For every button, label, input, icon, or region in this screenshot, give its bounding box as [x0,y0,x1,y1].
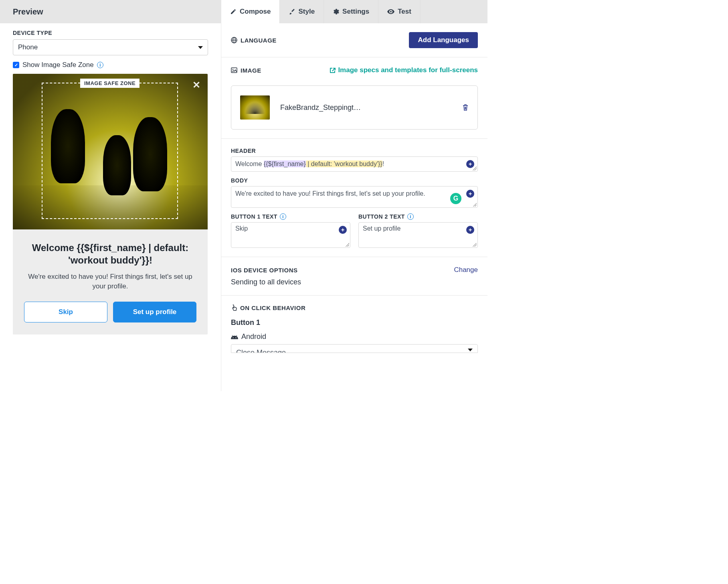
safe-zone-checkbox[interactable]: ✓ [13,62,19,68]
tab-test[interactable]: Test [378,0,421,23]
safe-zone-label: IMAGE SAFE ZONE [80,79,140,88]
button1-input[interactable]: Skip + [231,222,350,248]
on-click-button1-label: Button 1 [231,318,478,327]
body-label: BODY [231,177,478,184]
phone-preview: ✕ IMAGE SAFE ZONE Welcome {{${first_name… [13,74,208,335]
add-languages-button[interactable]: Add Languages [409,32,478,48]
image-thumbnail [240,95,270,120]
pointer-icon [231,304,237,311]
section-on-click: ON CLICK BEHAVIOR Button 1 Android Close… [221,296,487,353]
header-input[interactable]: Welcome {{${first_name} | default: 'work… [231,156,478,172]
preview-message-body: We're excited to have you! First things … [24,272,196,291]
button2-input[interactable]: Set up profile + [358,222,478,248]
resize-handle[interactable] [473,166,477,170]
device-type-label: DEVICE TYPE [13,30,208,36]
add-personalization-icon[interactable]: + [466,226,474,234]
android-on-click-select[interactable]: Close Message [231,344,478,353]
liquid-default-token: | default: 'workout buddy'}} [306,160,382,167]
trash-icon[interactable] [462,104,469,111]
add-personalization-icon[interactable]: + [466,190,474,198]
chevron-down-icon [468,349,473,351]
button2-label: BUTTON 2 TEXT i [358,213,478,220]
safe-zone-checkbox-label: Show Image Safe Zone [22,61,94,69]
preview-panel: Preview DEVICE TYPE Phone ✓ Show Image S… [0,0,221,391]
ios-options-text: Sending to all devices [231,278,478,286]
image-icon [231,67,237,73]
eye-icon [387,9,394,14]
preview-message-header: Welcome {{${first_name} | default: 'work… [24,241,196,266]
external-link-icon [330,67,336,73]
preview-title: Preview [13,7,43,16]
pencil-icon [230,8,237,15]
close-icon[interactable]: ✕ [192,79,200,91]
globe-icon [231,37,237,43]
section-content-fields: HEADER Welcome {{${first_name} | default… [221,139,487,257]
svg-rect-3 [231,68,237,73]
section-image: IMAGE Image specs and templates for full… [221,57,487,139]
header-label: HEADER [231,148,478,154]
preview-header: Preview [0,0,221,23]
device-type-select[interactable]: Phone [13,39,208,55]
resize-handle[interactable] [473,203,477,207]
section-ios-options: IOS DEVICE OPTIONS Change Sending to all… [221,257,487,296]
button1-label: BUTTON 1 TEXT i [231,213,350,220]
brush-icon [289,8,295,15]
resize-handle[interactable] [473,243,477,247]
section-language: LANGUAGE Add Languages [221,23,487,57]
image-title: IMAGE [241,67,261,74]
add-personalization-icon[interactable]: + [339,226,347,234]
language-title: LANGUAGE [241,37,277,44]
on-click-title: ON CLICK BEHAVIOR [240,304,305,311]
ios-options-title: IOS DEVICE OPTIONS [231,267,298,274]
info-icon[interactable]: i [280,213,286,220]
tab-style[interactable]: Style [280,0,324,23]
grammarly-icon[interactable]: G [450,193,461,204]
tab-compose[interactable]: Compose [221,0,280,23]
android-icon [231,334,238,340]
svg-point-4 [233,69,234,70]
liquid-variable-token: {{${first_name} [264,160,306,167]
tab-settings[interactable]: Settings [324,0,378,23]
chevron-down-icon [198,46,203,49]
safe-zone-frame: IMAGE SAFE ZONE [42,83,178,219]
preview-image: ✕ IMAGE SAFE ZONE [13,74,208,229]
preview-button-2[interactable]: Set up profile [113,302,196,322]
preview-button-1[interactable]: Skip [24,302,107,322]
image-asset-card[interactable]: FakeBrandz_Steppingt… [231,85,478,130]
compose-panel: Compose Style Settings Test [221,0,487,391]
gear-icon [333,8,339,15]
android-platform-label: Android [241,333,266,341]
editor-tabs: Compose Style Settings Test [221,0,487,23]
resize-handle[interactable] [345,243,349,247]
image-filename: FakeBrandz_Steppingt… [280,103,452,112]
image-specs-link[interactable]: Image specs and templates for full-scree… [330,66,478,74]
body-input[interactable]: We're excited to have you! First things … [231,186,478,208]
device-type-value: Phone [18,43,38,51]
info-icon[interactable]: i [407,213,414,220]
ios-options-change-link[interactable]: Change [454,266,478,274]
info-icon[interactable]: i [97,62,103,68]
